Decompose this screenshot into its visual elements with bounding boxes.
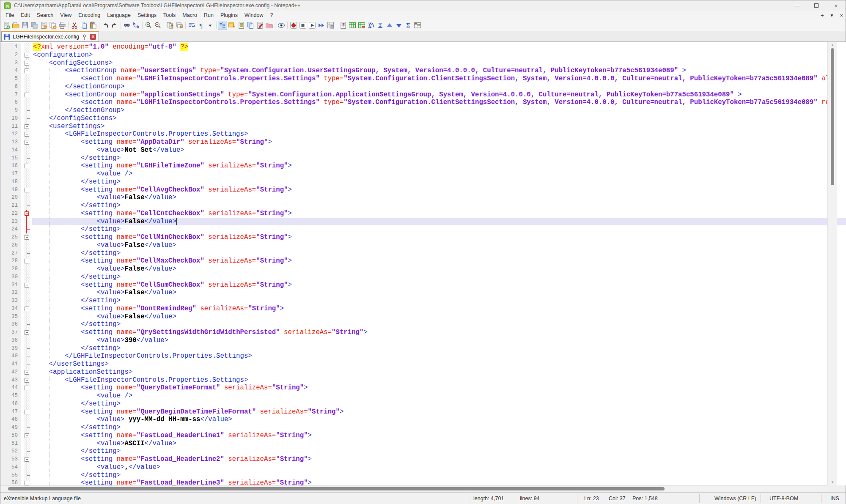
fold-collapse-icon[interactable] [24,408,30,416]
editor-line-8[interactable]: 8 <section name="LGHFileInspectorControl… [0,99,846,107]
current-line-code[interactable]: <value>False</value> [32,218,846,226]
pin-icon[interactable] [82,34,88,40]
horizontal-scrollbar[interactable] [0,485,827,491]
editor-line-20[interactable]: 20 <value>False</value> [0,194,846,202]
editor-line-46[interactable]: 46 </setting> [0,400,846,408]
cut-icon[interactable] [70,21,79,30]
vertical-scrollbar-thumb[interactable] [831,48,834,185]
editor-line-31[interactable]: 31 <setting name="CellSumCheckBox" seria… [0,281,846,289]
new-file-icon[interactable] [2,21,11,30]
menu-run[interactable]: Run [201,11,217,20]
editor-line-52[interactable]: 52 </setting> [0,447,846,455]
editor-line-55[interactable]: 55 </setting> [0,471,846,479]
code-text[interactable]: <setting name="QueryDateTimeFormat" seri… [32,384,846,392]
menu-plugins[interactable]: Plugins [217,11,241,20]
fold-collapse-icon[interactable] [24,91,30,99]
editor-line-54[interactable]: 54 <value>,</value> [0,463,846,471]
code-text[interactable]: <value>False</value> [32,313,846,321]
fold-collapse-icon[interactable] [24,257,30,265]
code-text[interactable]: <setting name="AppDataDir" serializeAs="… [32,138,846,146]
title-bar[interactable]: N C:\Users\zparham\AppData\Local\Program… [0,0,846,11]
undo-icon[interactable] [101,21,110,30]
scroll-up-icon[interactable]: ▲ [828,43,837,48]
plugin-collapse-icon[interactable] [376,21,385,30]
menu-window[interactable]: Window [241,11,266,20]
editor-line-19[interactable]: 19 <setting name="CellAvgCheckBox" seria… [0,186,846,194]
code-text[interactable]: </setting> [32,400,846,408]
editor-line-49[interactable]: 49 </setting> [0,424,846,432]
zoom-out-icon[interactable] [153,21,162,30]
paste-icon[interactable] [88,21,98,30]
editor-line-38[interactable]: 38 <value>390</value> [0,337,846,345]
editor-line-6[interactable]: 6 </sectionGroup> [0,83,846,91]
editor-line-17[interactable]: 17 <value /> [0,170,846,178]
plugin-table-edit-icon[interactable] [357,21,366,30]
fold-collapse-icon[interactable] [24,305,30,313]
editor-line-27[interactable]: 27 </setting> [0,249,846,257]
dropdown-arrow-icon[interactable] [206,21,215,30]
code-text[interactable]: <section name="LGHFileInspectorControls.… [32,75,846,83]
code-text[interactable]: <setting name="LGHFileTimeZone" serializ… [32,162,846,170]
code-text[interactable]: </setting> [32,297,846,305]
code-text[interactable]: </setting> [32,471,846,479]
code-text[interactable]: <value>False</value> [32,265,846,273]
fold-collapse-icon[interactable] [24,281,30,289]
minimize-button[interactable]: — [787,0,807,11]
editor-line-35[interactable]: 35 <value>False</value> [0,313,846,321]
editor-line-41[interactable]: 41 </userSettings> [0,360,846,368]
editor-line-28[interactable]: 28 <setting name="CellMaxCheckBox" seria… [0,257,846,265]
sync-vertical-icon[interactable] [165,21,175,30]
menu-search[interactable]: Search [33,11,57,20]
function-list-icon[interactable] [227,21,236,30]
editor-line-2[interactable]: 2<configuration> [0,51,846,59]
editor-line-3[interactable]: 3 <configSections> [0,59,846,67]
code-text[interactable]: <value>False</value> [32,289,846,297]
editor-line-1[interactable]: 1<?xml version="1.0" encoding="utf-8" ?> [0,43,846,51]
code-text[interactable]: <value>390</value> [32,337,846,345]
code-text[interactable]: <value>ASCII</value> [32,440,846,448]
code-text[interactable]: <configSections> [32,59,846,67]
status-encoding[interactable]: UTF-8-BOM [769,493,798,504]
plugin-sigma-wave-icon[interactable] [366,21,376,30]
editor-line-25[interactable]: 25 <setting name="CellMinCheckBox" seria… [0,233,846,241]
code-text[interactable]: <setting name="CellCntCheckBox" serializ… [32,210,846,218]
save-all-icon[interactable] [30,21,39,30]
plugin-down-icon[interactable] [394,21,404,30]
code-text[interactable]: <value /> [32,170,846,178]
tab-active-config-file[interactable]: LGHFileInspector.exe.config ✕ [1,31,99,42]
macro-run-multi-icon[interactable] [317,21,326,30]
code-text[interactable]: <userSettings> [32,123,846,131]
indent-guide-icon[interactable] [218,21,227,30]
menu-macro[interactable]: Macro [179,11,201,20]
plugin-up-icon[interactable] [385,21,394,30]
plugin-expand-icon[interactable]: Σ [404,21,413,30]
editor-line-56[interactable]: 56 <setting name="FastLoad_HeaderLine3" … [0,479,846,485]
menu-encoding[interactable]: Encoding [75,11,104,20]
menu-language[interactable]: Language [104,11,134,20]
editor-line-51[interactable]: 51 <value>ASCII</value> [0,440,846,448]
editor-line-13[interactable]: 13 <setting name="AppDataDir" serializeA… [0,138,846,146]
editor-line-50[interactable]: 50 <setting name="FastLoad_HeaderLine1" … [0,432,846,440]
code-text[interactable]: </userSettings> [32,360,846,368]
editor-line-40[interactable]: 40 </LGHFileInspectorControls.Properties… [0,352,846,360]
code-text[interactable]: <value>False</value> [32,194,846,202]
close-button[interactable]: × [826,0,846,11]
close-doc-icon[interactable] [39,21,48,30]
code-text[interactable]: <sectionGroup name="applicationSettings"… [32,91,846,99]
plugin-flag-icon[interactable] [338,21,348,30]
plugin-table-icon[interactable] [348,21,357,30]
editor-line-36[interactable]: 36 </setting> [0,320,846,329]
code-text[interactable]: <configuration> [32,51,846,59]
code-text[interactable]: <sectionGroup name="userSettings" type="… [32,67,846,75]
editor-line-43[interactable]: 43 <LGHFileInspectorControls.Properties.… [0,376,846,384]
code-text[interactable]: </setting> [32,225,846,233]
fold-collapse-icon[interactable] [24,384,30,392]
editor-line-32[interactable]: 32 <value>False</value> [0,289,846,297]
editor-line-4[interactable]: 4 <sectionGroup name="userSettings" type… [0,67,846,75]
fold-collapse-icon[interactable] [24,455,30,463]
code-text[interactable]: </setting> [32,320,846,329]
code-text[interactable]: </sectionGroup> [32,83,846,91]
code-text[interactable]: </sectionGroup> [32,107,846,115]
code-text[interactable]: <setting name="CellAvgCheckBox" serializ… [32,186,846,194]
editor-line-37[interactable]: 37 <setting name="QrySettingsWidthGridWi… [0,329,846,337]
